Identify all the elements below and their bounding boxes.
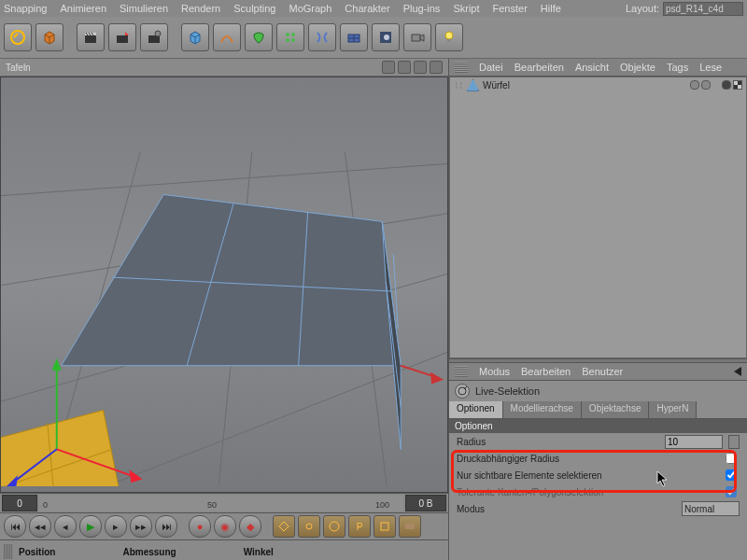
texture-tag-icon[interactable] [733, 80, 742, 90]
position-label: Position [19, 547, 55, 557]
render-icon[interactable] [108, 23, 136, 51]
playback-bar: ⏮ ◂◂ ◂ ▶ ▸ ▸▸ ⏭ ● ◉ ◆ P [0, 512, 448, 539]
prev-key-button[interactable]: ◂◂ [29, 515, 51, 538]
object-tree[interactable]: ⸽⸽ Würfel [449, 77, 747, 358]
svg-point-7 [286, 33, 289, 36]
menu-animieren[interactable]: Animieren [61, 3, 107, 14]
obj-menu-bearbeiten[interactable]: Bearbeiten [514, 62, 564, 73]
vp-zoom-icon[interactable] [414, 61, 427, 74]
array-icon[interactable] [276, 23, 304, 51]
layout-field[interactable] [663, 2, 743, 16]
attr-menu-benutzer[interactable]: Benutzer [582, 366, 623, 377]
prev-frame-button[interactable]: ◂ [54, 515, 77, 538]
menu-snapping[interactable]: Snapping [4, 3, 48, 14]
obj-menu-tags[interactable]: Tags [667, 62, 688, 73]
menu-hilfe[interactable]: Hilfe [541, 3, 561, 14]
obj-menu-objekte[interactable]: Objekte [620, 62, 655, 73]
vp-nav-icon[interactable] [382, 61, 395, 74]
tab-objektachse[interactable]: Objektachse [582, 401, 650, 418]
grip-icon[interactable] [4, 544, 13, 559]
bulb-icon[interactable] [435, 23, 463, 51]
tool-name-label: Live-Selektion [475, 385, 540, 397]
obj-menu-lesez[interactable]: Lese [699, 62, 722, 73]
tick-100: 100 [375, 500, 389, 510]
vis-render-dot[interactable] [701, 80, 711, 90]
timeline-ruler[interactable]: 0 50 100 [39, 495, 403, 511]
prop-radius: Radius [449, 433, 747, 450]
svg-point-9 [286, 38, 289, 42]
grip-icon[interactable] [455, 366, 468, 377]
tab-modellierachse[interactable]: Modellierachse [503, 401, 582, 418]
menu-plugins[interactable]: Plug-ins [403, 3, 441, 14]
clapper-icon[interactable] [77, 23, 105, 51]
druck-label: Druckabhängiger Radius [457, 454, 716, 464]
vp-move-icon[interactable] [398, 61, 411, 74]
svg-rect-19 [447, 39, 451, 42]
grip-icon[interactable] [455, 62, 468, 73]
next-frame-button[interactable]: ▸ [105, 515, 127, 538]
tolerant-checkbox[interactable] [726, 486, 737, 497]
sky-icon[interactable] [372, 23, 400, 51]
vp-layout-icon[interactable] [430, 61, 443, 74]
tab-hypernurbs[interactable]: HyperN [649, 401, 697, 418]
druck-checkbox[interactable] [726, 453, 737, 464]
param-key-icon[interactable]: P [348, 515, 371, 538]
svg-marker-45 [430, 372, 444, 385]
timeline[interactable]: 0 0 50 100 0 B [0, 493, 448, 512]
svg-rect-48 [381, 523, 388, 530]
rotate-key-icon[interactable] [323, 515, 345, 538]
render-settings-icon[interactable] [140, 23, 168, 51]
obj-menu-datei[interactable]: Datei [479, 62, 503, 73]
visible-checkbox[interactable] [726, 469, 737, 481]
autokey-button[interactable]: ◉ [214, 515, 236, 538]
primitive-cube-icon[interactable] [181, 23, 209, 51]
record-button[interactable]: ● [189, 515, 211, 538]
play-button[interactable]: ▶ [79, 515, 102, 538]
keyframe-button[interactable]: ◆ [239, 515, 261, 538]
svg-marker-41 [129, 469, 142, 483]
nav-back-icon[interactable] [734, 367, 741, 376]
pla-key-icon[interactable] [374, 515, 396, 538]
attr-menu-bearbeiten[interactable]: Bearbeiten [521, 366, 571, 377]
live-selection-icon [455, 384, 470, 399]
move-key-icon[interactable] [273, 515, 295, 538]
object-label: Würfel [483, 80, 510, 91]
menu-charakter[interactable]: Charakter [345, 3, 389, 14]
viewport-tab-tafeln[interactable]: Tafeln [6, 63, 31, 73]
vis-editor-dot[interactable] [690, 80, 699, 90]
goto-start-button[interactable]: ⏮ [4, 515, 26, 538]
tree-item-wuerfel[interactable]: ⸽⸽ Würfel [450, 77, 746, 92]
menu-skript[interactable]: Skript [453, 3, 479, 14]
menu-simulieren[interactable]: Simulieren [120, 3, 168, 14]
camera-icon[interactable] [403, 23, 431, 51]
menu-mograph[interactable]: MoGraph [289, 3, 331, 14]
radius-spinner[interactable] [728, 435, 740, 449]
menu-sculpting[interactable]: Sculpting [233, 3, 275, 14]
prop-visible: Nur sichtbare Elemente selektieren [449, 467, 747, 483]
anim-mode-icon[interactable] [399, 515, 421, 538]
frame-end-field[interactable]: 0 B [405, 495, 446, 511]
attr-menu-modus[interactable]: Modus [479, 366, 510, 377]
deformer-icon[interactable] [308, 23, 336, 51]
cube-object-icon [467, 79, 479, 91]
scale-key-icon[interactable] [298, 515, 320, 538]
nurbs-icon[interactable] [245, 23, 273, 51]
tag-icon[interactable] [722, 80, 731, 90]
goto-end-button[interactable]: ⏭ [155, 515, 177, 538]
tab-optionen[interactable]: Optionen [449, 401, 503, 418]
frame-start-field[interactable]: 0 [2, 495, 37, 511]
radius-field[interactable] [665, 435, 723, 449]
tick-50: 50 [207, 500, 217, 510]
next-key-button[interactable]: ▸▸ [130, 515, 152, 538]
menu-rendern[interactable]: Rendern [181, 3, 220, 14]
undo-icon[interactable] [4, 23, 32, 51]
spline-icon[interactable] [213, 23, 241, 51]
modus-dropdown[interactable]: Normal [682, 501, 740, 516]
obj-menu-ansicht[interactable]: Ansicht [575, 62, 609, 73]
radius-label: Radius [457, 437, 659, 447]
viewport-3d[interactable] [0, 77, 448, 493]
svg-marker-39 [52, 358, 62, 371]
cube-icon[interactable] [35, 23, 63, 51]
menu-fenster[interactable]: Fenster [493, 3, 528, 14]
plane-icon[interactable] [340, 23, 368, 51]
